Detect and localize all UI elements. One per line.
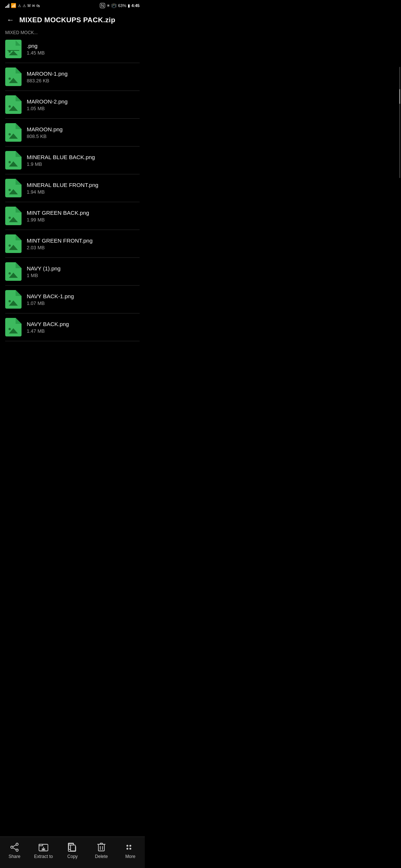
list-item[interactable]: NAVY (1).png 1 MB bbox=[5, 258, 140, 286]
svg-point-18 bbox=[9, 244, 11, 247]
file-icon bbox=[5, 95, 22, 114]
battery-icon: ▮ bbox=[128, 3, 130, 8]
svg-point-14 bbox=[9, 189, 11, 191]
file-info: NAVY BACK.png 1.47 MB bbox=[27, 321, 140, 334]
file-info: MAROON-1.png 883.26 KB bbox=[27, 70, 140, 83]
battery-percent: 63% bbox=[118, 3, 126, 8]
list-item[interactable]: MAROON.png 808.5 KB bbox=[5, 119, 140, 147]
file-info: MINT GREEN FRONT.png 2.03 MB bbox=[27, 237, 140, 250]
file-icon bbox=[5, 290, 22, 309]
svg-point-10 bbox=[9, 133, 11, 135]
header: ← MIXED MOCKUPS PACK.zip bbox=[0, 10, 145, 30]
svg-point-8 bbox=[9, 105, 11, 108]
alert-icon: ⚠ bbox=[18, 4, 21, 8]
list-item[interactable]: NAVY BACK.png 1.47 MB bbox=[5, 313, 140, 341]
list-item[interactable]: NAVY BACK-1.png 1.07 MB bbox=[5, 286, 140, 313]
list-item[interactable]: MINT GREEN FRONT.png 2.03 MB bbox=[5, 230, 140, 258]
list-item[interactable]: MAROON-1.png 883.26 KB bbox=[5, 63, 140, 91]
status-right: N ✳ 📳 63% ▮ 4:45 bbox=[100, 3, 140, 8]
file-info: MAROON.png 808.5 KB bbox=[27, 126, 140, 139]
list-item[interactable]: .png 1.45 MB bbox=[5, 38, 140, 63]
file-info: MAROON-2.png 1.05 MB bbox=[27, 98, 140, 111]
file-icon bbox=[5, 262, 22, 281]
file-icon bbox=[5, 151, 22, 170]
svg-point-4 bbox=[9, 50, 11, 53]
mail-icon: M bbox=[27, 4, 30, 8]
file-info: MINT GREEN BACK.png 1.99 MB bbox=[27, 210, 140, 223]
list-item[interactable]: MAROON-2.png 1.05 MB bbox=[5, 91, 140, 119]
file-info: MINERAL BLUE BACK.png 1.9 MB bbox=[27, 154, 140, 167]
wifi-icon: 📶 bbox=[11, 3, 16, 8]
file-info: NAVY (1).png 1 MB bbox=[27, 265, 140, 278]
nfc-icon: N bbox=[100, 3, 105, 8]
svg-point-24 bbox=[9, 328, 11, 330]
email-icon: ✉ bbox=[32, 4, 35, 8]
alert-icon-2: ⚠ bbox=[23, 4, 26, 8]
file-icon bbox=[5, 68, 22, 86]
vibrate-icon: 📳 bbox=[111, 3, 117, 8]
back-button[interactable]: ← bbox=[5, 14, 16, 26]
svg-point-16 bbox=[9, 217, 11, 219]
file-icon bbox=[5, 318, 22, 336]
svg-point-22 bbox=[9, 300, 11, 302]
file-info: NAVY BACK-1.png 1.07 MB bbox=[27, 293, 140, 306]
list-item[interactable]: MINT GREEN BACK.png 1.99 MB bbox=[5, 202, 140, 230]
page-title: MIXED MOCKUPS PACK.zip bbox=[19, 16, 115, 24]
svg-point-12 bbox=[9, 161, 11, 163]
status-bar: 📶 ⚠ ⚠ M ✉ 🛍 N ✳ 📳 63% ▮ 4:45 bbox=[0, 0, 145, 10]
status-left: 📶 ⚠ ⚠ M ✉ 🛍 bbox=[5, 3, 40, 8]
breadcrumb: MIXED MOCK... bbox=[0, 30, 145, 38]
list-item[interactable]: MINERAL BLUE BACK.png 1.9 MB bbox=[5, 147, 140, 174]
clock: 4:45 bbox=[131, 3, 140, 8]
svg-rect-0 bbox=[5, 40, 22, 58]
file-list: .png 1.45 MB MAROON-1.png 883.26 KB bbox=[0, 38, 145, 371]
svg-point-6 bbox=[9, 78, 11, 80]
signal-icon bbox=[5, 3, 9, 8]
file-icon bbox=[5, 123, 22, 142]
svg-point-20 bbox=[9, 272, 11, 274]
file-icon bbox=[5, 207, 22, 225]
file-icon bbox=[5, 40, 22, 58]
file-info: MINERAL BLUE FRONT.png 1.94 MB bbox=[27, 182, 140, 195]
bag-icon: 🛍 bbox=[36, 4, 40, 8]
file-icon bbox=[5, 179, 22, 197]
bluetooth-icon: ✳ bbox=[107, 3, 110, 8]
list-item[interactable]: MINERAL BLUE FRONT.png 1.94 MB bbox=[5, 174, 140, 202]
file-info: .png 1.45 MB bbox=[27, 43, 140, 56]
file-icon bbox=[5, 234, 22, 253]
